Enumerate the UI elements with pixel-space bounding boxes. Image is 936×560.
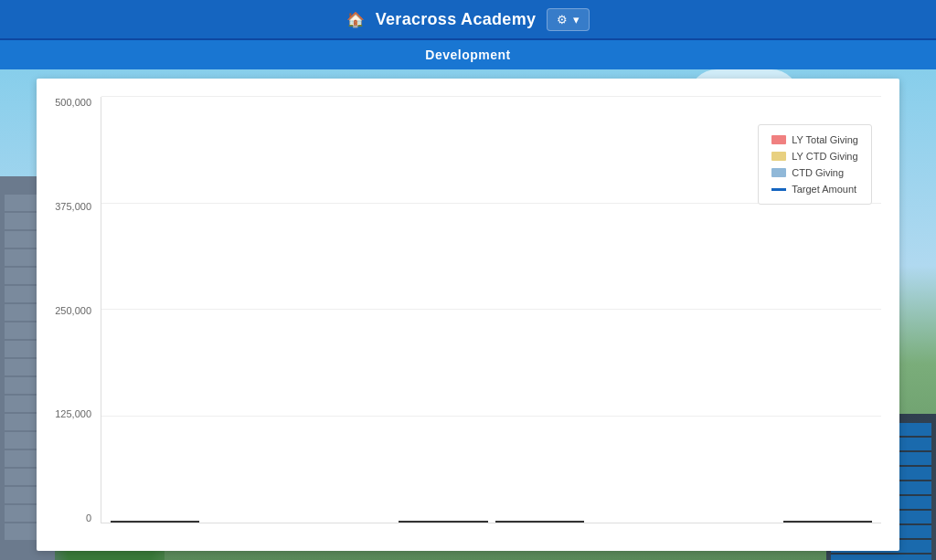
main-header: 🏠 Veracross Academy ⚙ ▾ bbox=[0, 0, 936, 40]
background-scene: 500,000 375,000 250,000 125,000 0 bbox=[0, 69, 936, 560]
target-line-1 bbox=[111, 521, 199, 523]
school-title: Veracross Academy bbox=[376, 10, 537, 29]
y-axis: 500,000 375,000 250,000 125,000 0 bbox=[46, 97, 96, 523]
legend-label-ly-total: LY Total Giving bbox=[792, 134, 858, 145]
app-selector-button[interactable]: ⚙ ▾ bbox=[547, 8, 590, 31]
legend-item-target: Target Amount bbox=[771, 184, 858, 195]
section-title: Development bbox=[425, 48, 510, 62]
legend-bar-ly-total bbox=[771, 135, 786, 144]
y-label-250k: 250,000 bbox=[55, 305, 96, 316]
target-line-5 bbox=[495, 521, 584, 523]
y-label-125k: 125,000 bbox=[55, 408, 96, 419]
legend-label-target: Target Amount bbox=[792, 184, 856, 195]
target-line-8 bbox=[783, 521, 872, 523]
sub-header: Development bbox=[0, 40, 936, 69]
chart-legend: LY Total Giving LY CTD Giving CTD Giving… bbox=[758, 124, 872, 205]
chart-container: 500,000 375,000 250,000 125,000 0 bbox=[37, 79, 899, 551]
legend-line-target bbox=[771, 188, 786, 191]
legend-item-ctd: CTD Giving bbox=[771, 167, 858, 178]
legend-label-ctd: CTD Giving bbox=[792, 167, 844, 178]
legend-bar-ly-ctd bbox=[771, 152, 786, 161]
app-dropdown-arrow: ▾ bbox=[573, 13, 580, 26]
legend-label-ly-ctd: LY CTD Giving bbox=[792, 151, 857, 162]
y-label-0: 0 bbox=[86, 512, 96, 523]
legend-item-ly-total: LY Total Giving bbox=[771, 134, 858, 145]
y-label-500k: 500,000 bbox=[55, 97, 96, 108]
chart-area: 500,000 375,000 250,000 125,000 0 bbox=[101, 97, 881, 523]
target-line-4 bbox=[399, 521, 487, 523]
y-label-375k: 375,000 bbox=[55, 201, 96, 212]
app-icon: ⚙ bbox=[557, 13, 568, 26]
home-icon[interactable]: 🏠 bbox=[346, 11, 365, 28]
legend-item-ly-ctd: LY CTD Giving bbox=[771, 151, 858, 162]
legend-bar-ctd bbox=[771, 168, 786, 177]
